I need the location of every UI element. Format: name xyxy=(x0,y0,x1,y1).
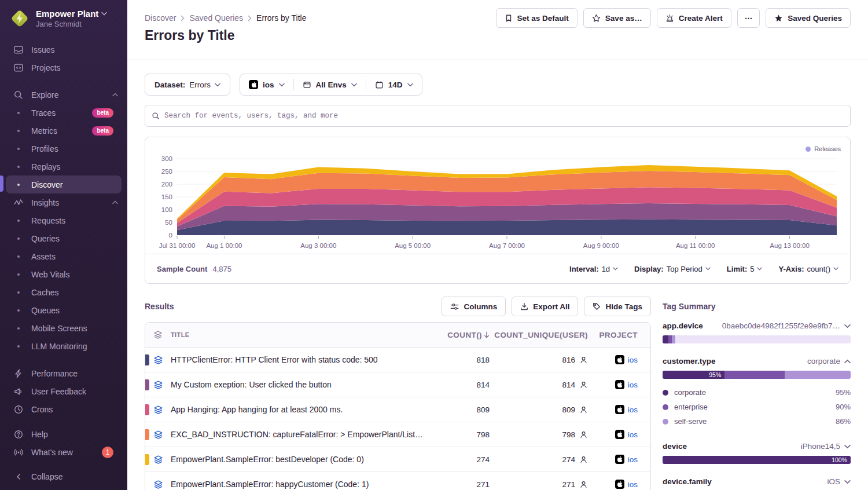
sidebar-item-llm-monitoring[interactable]: LLM Monitoring xyxy=(0,337,127,355)
sidebar-item-queries[interactable]: Queries xyxy=(0,229,127,247)
error-title[interactable]: App Hanging: App hanging for at least 20… xyxy=(171,405,447,414)
sidebar-item-user-feedback[interactable]: User Feedback xyxy=(0,382,127,400)
sidebar-item-metrics[interactable]: Metrics beta xyxy=(0,122,127,140)
saved-queries-button[interactable]: Saved Queries xyxy=(766,8,851,28)
tag-summary-title: Tag Summary xyxy=(663,297,851,316)
table-row[interactable]: My Custom exeption: User clicked the but… xyxy=(145,372,650,397)
unique-count-value: 809 xyxy=(562,405,575,414)
dataset-selector[interactable]: Dataset: Errors xyxy=(145,74,230,96)
collapse-button[interactable]: Collapse xyxy=(0,467,127,485)
sidebar-item-discover[interactable]: Discover xyxy=(6,175,122,193)
sidebar-item-caches[interactable]: Caches xyxy=(0,283,127,301)
sidebar-item-queues[interactable]: Queues xyxy=(0,301,127,319)
org-name: Empower Plant xyxy=(36,9,98,19)
more-button[interactable]: ⋯ xyxy=(737,8,760,28)
active-indicator xyxy=(0,175,3,192)
sidebar-item-crons[interactable]: Crons xyxy=(0,400,127,418)
export-all-button[interactable]: Export All xyxy=(512,297,578,316)
date-range-filter[interactable]: 14D xyxy=(366,74,422,95)
tag-legend-row: corporate 95% xyxy=(663,385,851,400)
limit-selector[interactable]: Limit:5 xyxy=(727,265,763,273)
sidebar-item-profiles[interactable]: Profiles xyxy=(0,140,127,158)
sidebar-item-assets[interactable]: Assets xyxy=(0,247,127,265)
table-row[interactable]: EXC_BAD_INSTRUCTION: captureFatalError: … xyxy=(145,422,650,447)
chevron-down-icon xyxy=(351,83,357,87)
svg-text:Aug 1 00:00: Aug 1 00:00 xyxy=(206,242,242,249)
sidebar-item-label: Replays xyxy=(31,162,61,171)
sample-count-value: 4,875 xyxy=(212,265,231,273)
error-title[interactable]: EmpowerPlant.SampleError: happyCustomer … xyxy=(171,480,447,489)
sidebar-item-web-vitals[interactable]: Web Vitals xyxy=(0,265,127,283)
project-link[interactable]: ios xyxy=(628,455,638,464)
set-as-default-button[interactable]: Set as Default xyxy=(496,8,578,28)
search-icon xyxy=(152,112,160,120)
project-filter[interactable]: ios xyxy=(240,74,293,95)
table-row[interactable]: HTTPClientError: HTTP Client Error with … xyxy=(145,348,650,372)
display-selector[interactable]: Display:Top Period xyxy=(634,265,711,273)
whats-new-badge: 1 xyxy=(102,447,113,458)
sidebar-item-traces[interactable]: Traces beta xyxy=(0,104,127,122)
legend-dot xyxy=(663,419,668,425)
col-count-unique[interactable]: COUNT_UNIQUE(USER) xyxy=(496,331,596,339)
breadcrumb-saved-queries[interactable]: Saved Queries xyxy=(189,13,243,23)
error-title[interactable]: EmpowerPlant.SampleError: bestDeveloper … xyxy=(171,455,447,464)
unique-count-value: 271 xyxy=(562,480,575,489)
sidebar-section-insights[interactable]: Insights xyxy=(0,193,127,211)
create-alert-button[interactable]: Create Alert xyxy=(657,8,731,28)
sidebar-item-projects[interactable]: Projects xyxy=(0,58,127,76)
svg-text:150: 150 xyxy=(161,193,172,200)
col-count[interactable]: COUNT() xyxy=(447,331,496,339)
project-link[interactable]: ios xyxy=(628,381,638,389)
section-label: Explore xyxy=(31,90,58,100)
issues-icon xyxy=(13,45,24,55)
tag-toggle[interactable]: customer.type corporate xyxy=(663,357,851,365)
sidebar-item-label: Traces xyxy=(31,108,56,118)
project-link[interactable]: ios xyxy=(628,405,638,414)
tag-toggle[interactable]: device iPhone14,5 xyxy=(663,442,851,451)
col-title[interactable]: TITLE xyxy=(171,331,447,338)
sidebar-item-label: Queues xyxy=(31,306,60,315)
project-link[interactable]: ios xyxy=(628,356,638,364)
save-as-button[interactable]: Save as… xyxy=(583,8,651,28)
sidebar-item-replays[interactable]: Replays xyxy=(0,158,127,175)
siren-icon xyxy=(665,14,674,23)
columns-button[interactable]: Columns xyxy=(442,297,506,316)
chevron-down-icon xyxy=(215,83,220,87)
environment-filter[interactable]: All Envs xyxy=(294,74,366,95)
chart-legend[interactable]: Releases xyxy=(806,145,841,152)
org-switcher[interactable]: Empower Plant Jane Schmidt xyxy=(0,0,127,35)
error-title[interactable]: EXC_BAD_INSTRUCTION: captureFatalError: … xyxy=(171,430,447,439)
sample-count-label: Sample Count xyxy=(157,265,207,273)
chevron-down-icon xyxy=(101,12,107,16)
environment-filter-value: All Envs xyxy=(316,81,347,89)
interval-selector[interactable]: Interval:1d xyxy=(569,265,618,273)
project-link[interactable]: ios xyxy=(628,430,638,439)
sidebar-item-performance[interactable]: Performance xyxy=(0,364,127,382)
col-project[interactable]: PROJECT xyxy=(596,331,650,339)
series-color-chip xyxy=(145,429,149,440)
error-title[interactable]: My Custom exeption: User clicked the but… xyxy=(171,380,447,389)
table-row[interactable]: EmpowerPlant.SampleError: bestDeveloper … xyxy=(145,447,650,472)
search-input[interactable] xyxy=(164,112,844,120)
sidebar-section-explore[interactable]: Explore xyxy=(0,86,127,104)
tag-legend-row: self-serve 86% xyxy=(663,414,851,429)
unique-count-value: 816 xyxy=(562,356,575,364)
section-label: Insights xyxy=(31,198,59,207)
table-row[interactable]: EmpowerPlant.SampleError: happyCustomer … xyxy=(145,472,650,490)
hide-tags-button[interactable]: Hide Tags xyxy=(584,297,651,316)
sidebar-item-issues[interactable]: Issues xyxy=(0,41,127,58)
breadcrumb-discover[interactable]: Discover xyxy=(145,13,176,23)
sidebar-item-requests[interactable]: Requests xyxy=(0,211,127,229)
sidebar-item-mobile-screens[interactable]: Mobile Screens xyxy=(0,319,127,337)
table-row[interactable]: App Hanging: App hanging for at least 20… xyxy=(145,397,650,422)
project-link[interactable]: ios xyxy=(628,480,638,489)
sidebar-item-help[interactable]: Help xyxy=(0,425,127,443)
apple-icon xyxy=(615,380,624,389)
yaxis-selector[interactable]: Y-Axis:count() xyxy=(778,265,838,273)
error-title[interactable]: HTTPClientError: HTTP Client Error with … xyxy=(171,355,447,364)
tag-toggle[interactable]: device.family iOS xyxy=(663,477,851,486)
sidebar-item-whats-new[interactable]: What's new 1 xyxy=(0,443,127,461)
results-title: Results xyxy=(145,302,174,311)
star-filled-icon xyxy=(774,14,783,23)
tag-toggle[interactable]: app.device 0baebc0de4982f1255f2e9e9fb7… xyxy=(663,321,851,330)
